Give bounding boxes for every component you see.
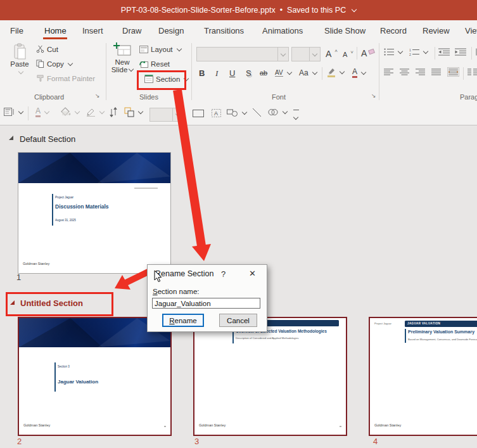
highlight-color-button[interactable] [327,67,344,77]
slide3-number: 3 [194,437,199,446]
font-color-chevron-icon [361,70,366,75]
new-slide-button[interactable]: New Slide [108,42,137,74]
tab-design[interactable]: Design [158,26,184,35]
tab-slide-show[interactable]: Slide Show [324,26,366,35]
clipboard-dialog-launcher[interactable]: ↘ [95,93,100,99]
new-slide-label-line2: Slide [111,66,128,74]
tab-home[interactable]: Home [44,26,67,35]
slide4-accent-line [405,329,406,343]
font-color-button[interactable]: A [352,68,366,78]
strikethrough-button[interactable]: ab [260,69,267,77]
text-box-icon[interactable]: A [211,108,222,118]
dialog-close-button[interactable]: ✕ [249,269,256,278]
distribute-text-icon[interactable] [447,67,459,77]
rename-button[interactable]: Rename [162,314,204,327]
arrange-squares-icon [124,107,134,117]
tab-review[interactable]: Review [423,26,450,35]
merge-shapes-button[interactable] [267,108,287,117]
columns-icon[interactable] [467,68,477,75]
paste-button[interactable]: Paste [6,43,33,75]
slide1-date: August 31, 2025 [55,219,76,222]
layout-label: Layout [151,46,173,53]
tab-animations[interactable]: Animations [262,26,303,35]
slide4-title: Preliminary Valuation Summary [408,330,474,334]
rectangle-shape-icon[interactable] [193,110,204,117]
section-name-label: Section name: [153,288,200,295]
toolbar-overflow-button[interactable] [293,110,300,122]
tab-draw[interactable]: Draw [122,26,141,35]
tab-record[interactable]: Record [380,26,407,35]
font-size-combobox[interactable] [291,47,321,61]
tab-insert[interactable]: Insert [82,26,103,35]
tab-file[interactable]: File [10,26,23,35]
tab-view[interactable]: View [465,26,477,35]
character-spacing-button[interactable]: AV [275,69,291,77]
font-name-dropdown[interactable] [277,48,288,61]
underline-button[interactable]: U [229,68,235,78]
slide3-pagenum-mark [340,426,341,427]
bullet-list-icon [384,48,394,56]
change-case-button[interactable]: Aa [299,68,317,77]
slides-group-label: Slides [130,93,168,101]
reset-button[interactable]: Reset [139,60,170,68]
shrink-font-button[interactable]: A˅ [343,49,353,59]
bold-button[interactable]: B [199,68,205,78]
sort-order-icon[interactable] [109,107,118,117]
placeholder-layout-button[interactable] [4,108,23,116]
save-status-chevron-icon[interactable] [352,7,357,12]
section-name-input[interactable] [152,298,260,309]
slide2-title: Jaguar Valuation [58,379,98,385]
grow-font-button[interactable]: A˄ [326,48,338,59]
justify-icon[interactable] [431,68,441,75]
tab-transitions[interactable]: Transitions [204,26,244,35]
layout-button[interactable]: Layout [139,46,181,53]
section-collapse-triangle-icon[interactable] [9,136,13,140]
dialog-help-button[interactable]: ? [221,269,226,279]
clear-formatting-button[interactable]: A [361,48,374,58]
shapes-gallery-button[interactable] [227,108,246,117]
arrange-objects-button[interactable] [124,107,143,117]
slide-thumbnail-4[interactable]: Project Jaguar JAGUAR VALUATION Prelimin… [369,317,477,436]
section-button-annotation-box [137,70,186,90]
shape-outline-button[interactable] [86,107,104,117]
section-header-default[interactable]: Default Section [20,134,75,144]
slide-thumbnail-3[interactable]: Overview of Selected Valuation Methodolo… [193,317,347,436]
align-left-icon[interactable] [384,68,393,75]
slide-thumbnail-2[interactable]: Section 3 Jaguar Valuation Goldman Stanl… [18,317,172,436]
copy-button[interactable]: Copy [36,60,72,68]
copy-chevron-icon [68,60,73,65]
bullets-chevron-icon [398,49,403,54]
slide-thumbnail-1[interactable]: Project Jaguar Discussion Materials Augu… [18,152,171,274]
font-size-dropdown[interactable] [309,48,320,61]
active-tab-underline [43,37,67,39]
align-center-icon[interactable] [400,68,409,75]
format-painter-button[interactable]: Format Painter [36,74,95,82]
quick-font-color-button[interactable]: A [35,107,49,117]
slide1-accent-line [52,194,53,226]
font-dialog-launcher[interactable]: ↘ [371,93,376,99]
decrease-indent-icon[interactable] [438,48,450,56]
quick-style-dropdown[interactable] [172,108,183,121]
numbering-button[interactable]: 12 [409,48,428,56]
cancel-button[interactable]: Cancel [219,314,257,327]
quick-style-combobox[interactable] [149,108,184,122]
paste-clipboard-icon [13,43,27,60]
italic-button[interactable]: I [215,68,218,79]
slide4-subtitle: Based on Management, Consensus, and Down… [408,338,477,341]
line-shape-icon[interactable] [252,108,262,117]
text-shadow-button[interactable]: S [246,68,251,78]
small-divider [463,67,464,80]
align-right-icon[interactable] [416,68,425,75]
layout-icon [139,46,148,53]
scissors-icon [36,45,44,53]
copy-icon [36,60,44,68]
cut-button[interactable]: Cut [36,45,58,53]
font-name-combobox[interactable] [196,47,289,61]
increase-indent-icon[interactable] [455,48,466,56]
shape-fill-button[interactable] [61,107,79,117]
save-status[interactable]: Saved to this PC [287,6,346,15]
cut-label: Cut [47,46,58,53]
outline-pen-icon [86,107,96,117]
bullets-button[interactable] [384,48,402,56]
highlight-chevron-icon [340,69,345,74]
